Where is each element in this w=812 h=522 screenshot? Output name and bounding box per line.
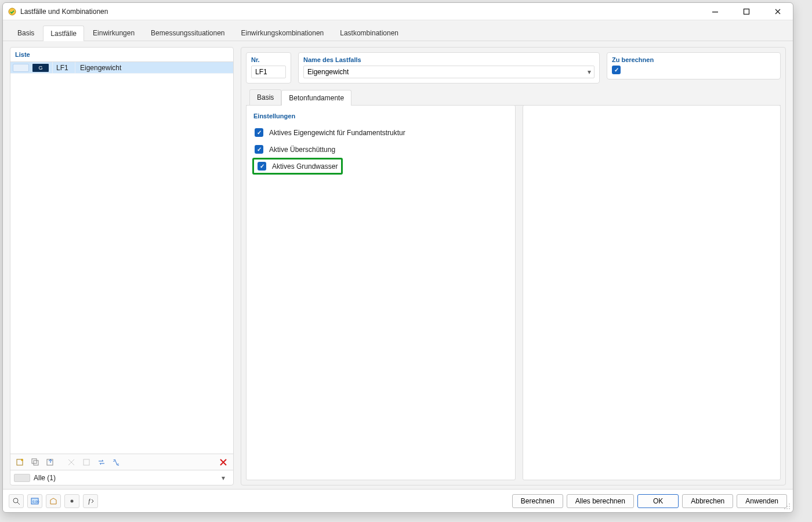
copy-item-icon[interactable]: [29, 456, 42, 468]
search-icon[interactable]: [9, 494, 24, 508]
filter-label: Alle (1): [34, 474, 56, 482]
sub-body: Einstellungen Aktives Eigengewicht für F…: [246, 105, 781, 480]
setting-label: Aktives Eigengewicht für Fundamentstrukt…: [269, 129, 405, 137]
subtab-betonfundamente[interactable]: Betonfundamente: [281, 90, 351, 106]
dot-icon[interactable]: [64, 494, 79, 508]
tab-basis[interactable]: Basis: [10, 25, 42, 41]
setting-label: Aktive Überschüttung: [269, 146, 335, 154]
svg-text:6: 6: [117, 463, 119, 466]
name-select[interactable]: [303, 66, 594, 78]
subtab-basis[interactable]: Basis: [249, 89, 281, 105]
tab-lastkombinationen[interactable]: Lastkombinationen: [332, 25, 406, 41]
nr-label: Nr.: [251, 56, 286, 66]
main-tabs: Basis Lastfälle Einwirkungen Bemessungss…: [3, 20, 793, 41]
svg-point-18: [784, 508, 785, 509]
checkbox-icon[interactable]: [255, 128, 263, 137]
units-icon[interactable]: 0,00: [27, 494, 42, 508]
list-row-selected[interactable]: G LF1 Eigengewicht: [10, 62, 233, 74]
row-color-chip: [13, 64, 29, 72]
content: Liste G LF1 Eigengewicht 26: [3, 41, 793, 489]
close-button[interactable]: [767, 5, 788, 19]
setting-ueberschuettung[interactable]: Aktive Überschüttung: [252, 141, 509, 158]
delete-icon[interactable]: [217, 456, 230, 468]
svg-rect-4: [32, 459, 37, 463]
field-nr: Nr.: [246, 52, 291, 84]
import-icon[interactable]: [44, 456, 57, 468]
settings-title: Einstellungen: [253, 113, 509, 119]
checkbox-icon[interactable]: [255, 145, 263, 154]
right-top-fields: Nr. Name des Lastfalls ▾ Zu berechnen: [246, 52, 781, 84]
calc-checkbox[interactable]: [612, 66, 621, 74]
svg-point-17: [789, 506, 790, 507]
svg-point-10: [13, 498, 18, 503]
minimize-button[interactable]: [705, 5, 726, 19]
row-name: Eigengewicht: [79, 64, 121, 72]
resize-grip-icon[interactable]: [784, 503, 791, 510]
nr-input[interactable]: [251, 66, 286, 78]
setting-grundwasser[interactable]: Aktives Grundwasser: [252, 158, 343, 175]
window-controls: [705, 5, 788, 19]
svg-rect-5: [34, 461, 38, 465]
row-category-badge: G: [32, 64, 49, 72]
new-item-icon[interactable]: [14, 456, 27, 468]
preview-card: [523, 105, 781, 480]
ok-button[interactable]: OK: [637, 494, 679, 508]
paste-icon: [80, 456, 93, 468]
svg-rect-7: [84, 459, 89, 465]
svg-rect-2: [744, 9, 749, 14]
function-icon[interactable]: ƒ: [83, 494, 98, 508]
list-header: Liste: [10, 48, 233, 61]
list-filter[interactable]: Alle (1) ▾: [10, 470, 233, 485]
sub-tabs: Basis Betonfundamente: [246, 89, 781, 105]
calc-label: Zu berechnen: [612, 56, 775, 66]
tab-bemessungssituationen[interactable]: Bemessungssituationen: [143, 25, 232, 41]
maximize-button[interactable]: [736, 5, 757, 19]
right-panel: Nr. Name des Lastfalls ▾ Zu berechnen Ba…: [241, 47, 786, 485]
svg-text:0,00: 0,00: [32, 500, 39, 503]
setting-eigengewicht[interactable]: Aktives Eigengewicht für Fundamentstrukt…: [252, 124, 509, 141]
swap-icon[interactable]: [95, 456, 108, 468]
cut-icon: [65, 456, 78, 468]
apply-button[interactable]: Anwenden: [737, 494, 787, 508]
dialog-footer: 0,00 ƒ Berechnen Alles berechnen OK Abbr…: [3, 489, 793, 512]
calculate-button[interactable]: Berechnen: [512, 494, 563, 508]
setting-label: Aktives Grundwasser: [272, 162, 338, 171]
svg-point-13: [71, 499, 74, 502]
list-toolbar: 26: [10, 454, 233, 470]
svg-point-0: [9, 8, 16, 15]
name-label: Name des Lastfalls: [303, 56, 594, 66]
app-icon: [8, 7, 17, 16]
titlebar[interactable]: Lastfälle und Kombinationen: [3, 3, 793, 20]
tab-lastfaelle[interactable]: Lastfälle: [43, 26, 84, 41]
list-area[interactable]: G LF1 Eigengewicht: [10, 61, 233, 454]
field-calc: Zu berechnen: [607, 52, 781, 79]
cancel-button[interactable]: Abbrechen: [682, 494, 733, 508]
svg-point-15: [789, 503, 790, 505]
tab-einwirkungskombinationen[interactable]: Einwirkungskombinationen: [234, 25, 332, 41]
row-code: LF1: [56, 64, 71, 72]
filter-color-chip: [14, 474, 30, 482]
svg-rect-1: [712, 12, 718, 12]
tab-einwirkungen[interactable]: Einwirkungen: [85, 25, 142, 41]
left-panel: Liste G LF1 Eigengewicht 26: [10, 47, 234, 485]
svg-text:ƒ: ƒ: [88, 498, 91, 505]
settings-card: Einstellungen Aktives Eigengewicht für F…: [246, 105, 516, 480]
dialog-window: Lastfälle und Kombinationen Basis Lastfä…: [2, 2, 793, 513]
svg-point-20: [789, 508, 790, 509]
window-title: Lastfälle und Kombinationen: [20, 8, 108, 16]
chevron-down-icon[interactable]: ▾: [222, 474, 230, 482]
svg-point-19: [786, 508, 788, 509]
checkbox-icon[interactable]: [258, 162, 266, 171]
structure-icon[interactable]: [46, 494, 61, 508]
svg-point-16: [786, 506, 788, 507]
field-name: Name des Lastfalls ▾: [298, 52, 600, 84]
calculate-all-button[interactable]: Alles berechnen: [567, 494, 634, 508]
renumber-icon[interactable]: 26: [110, 456, 123, 468]
